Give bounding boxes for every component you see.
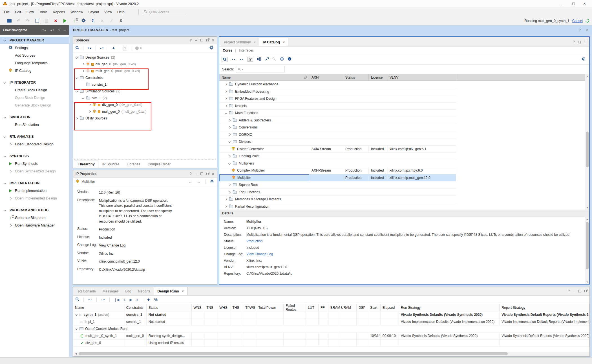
sources-settings-button[interactable] — [209, 46, 215, 50]
run-button[interactable] — [60, 17, 70, 25]
flow-item-open-elaborated-design[interactable]: Open Elaborated Design — [0, 140, 69, 148]
chevron-down-icon[interactable] — [4, 182, 6, 184]
redo-button[interactable]: ↷ — [23, 17, 32, 25]
catalog-search-input[interactable]: ▾ — [236, 66, 284, 72]
flow-item-open-implemented-design[interactable]: Open Implemented Design — [0, 194, 69, 202]
catalog-row[interactable]: Complex MultiplierAXI4-StreamProductionI… — [219, 167, 456, 174]
catalog-row[interactable]: FPGA Features and Design — [219, 95, 456, 103]
chevron-right-icon[interactable] — [89, 104, 91, 106]
menu-view[interactable]: View — [104, 10, 112, 14]
stop-run-button[interactable]: × — [51, 17, 60, 25]
flow-item-run-simulation[interactable]: Run Simulation — [0, 121, 69, 128]
license-key-button[interactable] — [272, 57, 276, 62]
window-minimize-button[interactable] — [561, 2, 564, 6]
catalog-row[interactable]: Dividers — [219, 138, 456, 146]
help-icon[interactable]: ? — [58, 28, 60, 32]
catalog-row[interactable]: Conversions — [219, 124, 456, 131]
properties-settings-button[interactable] — [210, 179, 214, 184]
flow-item-open-synthesized-design[interactable]: Open Synthesized Design — [0, 167, 69, 175]
flow-item-run-synthesis[interactable]: Run Synthesis — [0, 160, 69, 167]
chevron-right-icon[interactable] — [225, 105, 227, 107]
probe-button[interactable]: ✗ — [116, 17, 125, 25]
chevron-down-icon[interactable] — [4, 81, 6, 84]
collapse-all-button[interactable]: ▼▲ — [87, 47, 92, 49]
catalog-row[interactable]: Kernels — [219, 103, 456, 110]
forward-arrow-icon[interactable]: → — [197, 179, 201, 184]
flow-item-generate-block-design[interactable]: Generate Block Design — [0, 101, 69, 109]
flow-section-header[interactable]: PROJECT MANAGER — [0, 37, 69, 44]
chevron-right-icon[interactable] — [228, 134, 231, 136]
flow-item-add-sources[interactable]: Add Sources — [0, 52, 69, 59]
catalog-row[interactable]: Partial Reconfiguration — [219, 203, 456, 210]
chevron-right-icon[interactable] — [9, 170, 12, 172]
undo-button[interactable]: ↶ — [14, 17, 23, 25]
source-tree-item[interactable]: Constraints — [73, 74, 217, 81]
chevron-right-icon[interactable] — [225, 198, 227, 200]
expand-all-button[interactable]: ▲▼ — [101, 299, 105, 301]
column-header-failed-routes[interactable]: Failed Routes — [284, 304, 306, 311]
search-button[interactable] — [75, 297, 79, 302]
field-value[interactable]: Production — [246, 239, 262, 243]
float-panel-icon[interactable] — [206, 173, 209, 175]
collapse-all-button[interactable]: ▼▲ — [88, 299, 92, 301]
catalog-row[interactable]: Embedded Processing — [219, 88, 456, 96]
chevron-right-icon[interactable] — [82, 70, 84, 72]
source-tree-item[interactable]: Simulation Sources(2) — [73, 88, 217, 95]
highlight-button[interactable]: ✕ — [98, 17, 107, 25]
chevron-right-icon[interactable] — [228, 184, 231, 186]
help-icon[interactable]: ? — [190, 172, 192, 176]
catalog-row[interactable]: Divider GeneratorAXI4-StreamProductionIn… — [219, 146, 456, 153]
runs-horizontal-scrollbar[interactable]: ◀ — [74, 352, 589, 356]
tab-log[interactable]: Log — [122, 287, 135, 295]
catalog-row[interactable]: MultiplierProductionIncludedxilinx.com:i… — [219, 174, 456, 182]
add-sources-button[interactable]: + — [112, 46, 115, 50]
catalog-row[interactable]: Dynamic Function eXchange — [219, 81, 456, 88]
window-close-button[interactable]: × — [583, 1, 586, 6]
resume-button[interactable]: ▶ — [130, 298, 132, 302]
close-icon[interactable]: × — [586, 28, 588, 32]
close-panel-icon[interactable]: × — [212, 38, 214, 42]
catalog-row[interactable]: CORDIC — [219, 131, 456, 139]
catalog-row[interactable]: Memories & Storage Elements — [219, 196, 456, 203]
flow-section-header[interactable]: PROGRAM AND DEBUG — [0, 207, 69, 214]
float-panel-icon[interactable] — [206, 39, 209, 41]
step-forward-button[interactable]: » — [136, 298, 138, 302]
back-arrow-icon[interactable]: ← — [188, 179, 192, 184]
report-button[interactable]: Σ — [88, 17, 98, 25]
maximize-panel-icon[interactable] — [200, 39, 203, 41]
catalog-row[interactable]: Multipliers — [219, 160, 456, 167]
generate-bitstream-button[interactable]: ↓0110 — [70, 17, 79, 25]
source-tree-item[interactable]: Design Sources(2) — [73, 54, 217, 61]
chevron-right-icon[interactable] — [82, 63, 84, 65]
paste-button[interactable] — [42, 17, 51, 25]
chevron-down-icon[interactable] — [76, 90, 78, 92]
percent-button[interactable]: % — [154, 298, 158, 302]
tab-project-summary[interactable]: Project Summary× — [220, 38, 259, 46]
go-to-start-button[interactable]: ❘◀ — [114, 298, 119, 302]
chevron-down-icon[interactable] — [4, 116, 6, 118]
save-button[interactable] — [32, 17, 42, 25]
column-header-whs[interactable]: WHS — [217, 304, 230, 311]
search-button[interactable] — [222, 57, 228, 62]
maximize-panel-icon[interactable] — [578, 290, 581, 292]
chevron-down-icon[interactable] — [4, 136, 6, 138]
column-header-dsp[interactable]: DSP — [357, 304, 368, 311]
source-tree-item[interactable]: sim_1(2) — [73, 95, 217, 101]
catalog-row[interactable]: Adders & Subtracters — [219, 117, 456, 124]
design-run-row[interactable]: Out-of-Context Module Runs — [73, 325, 589, 332]
column-header-name[interactable]: Name — [73, 304, 124, 311]
column-header-name[interactable]: Name∧1 — [219, 74, 309, 81]
chevron-right-icon[interactable] — [228, 155, 231, 157]
flow-item-generate-bitstream[interactable]: ↓0110Generate Bitstream — [0, 214, 69, 221]
chevron-right-icon[interactable] — [228, 119, 231, 121]
column-header-uram[interactable]: URAM — [339, 304, 357, 311]
column-header-run-strategy[interactable]: Run Strategy — [399, 304, 500, 311]
flow-item-ip-catalog[interactable]: IP Catalog — [0, 67, 69, 74]
tab-design-runs[interactable]: Design Runs× — [154, 287, 187, 295]
catalog-row[interactable]: Math Functions — [219, 110, 456, 117]
flow-section-header[interactable]: SIMULATION — [0, 114, 69, 121]
design-run-row[interactable]: ✓div_gen_0Using cached IP results — [73, 339, 589, 347]
open-project-button[interactable] — [5, 17, 14, 25]
close-tab-icon[interactable]: × — [283, 40, 285, 44]
catalog-row[interactable]: Trig Functions — [219, 189, 456, 196]
